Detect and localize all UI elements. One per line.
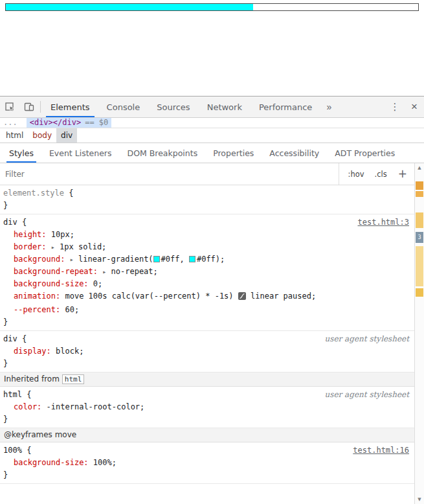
stylesheet-origin: user agent stylesheet — [325, 389, 409, 401]
declaration-animation: animation: move 100s calc(var(--percent)… — [0, 290, 414, 304]
close-brace: } — [3, 359, 8, 368]
scrollbar-marker — [416, 246, 423, 286]
declaration-percent-var: --percent: 60; — [0, 304, 414, 316]
property-name[interactable]: background-size: — [14, 279, 89, 288]
elements-tree: ... <div></div>== $0 — [0, 118, 424, 128]
rule-selector[interactable]: element.style — [3, 189, 64, 198]
node-tag[interactable]: <div></div> — [30, 118, 81, 128]
declaration-color: color: -internal-root-color; — [0, 401, 414, 413]
inspect-element-icon[interactable] — [0, 97, 19, 117]
styles-scrollbar[interactable]: 3 ▲ ▼ — [414, 163, 424, 504]
styles-filter-bar: :hov .cls + — [0, 163, 414, 185]
rule-selector[interactable]: div — [3, 334, 17, 343]
property-value[interactable]: 0; — [93, 279, 102, 288]
tab-event-listeners[interactable]: Event Listeners — [41, 143, 120, 163]
property-value[interactable]: 1px solid; — [60, 242, 106, 251]
new-style-rule-button[interactable]: + — [392, 167, 414, 181]
property-value[interactable]: #0ff, — [161, 255, 184, 264]
sidebar-tabs: Styles Event Listeners DOM Breakpoints P… — [0, 143, 424, 163]
rule-html-user-agent: html { user agent stylesheet color: -int… — [0, 387, 414, 428]
property-name[interactable]: height: — [14, 230, 47, 239]
expand-shorthand-icon[interactable]: ▸ — [70, 256, 74, 263]
bezier-easing-icon[interactable] — [238, 292, 246, 304]
tab-accessibility[interactable]: Accessibility — [262, 143, 327, 163]
inherited-from-header: Inherited fromhtml — [0, 372, 414, 387]
breadcrumb-html[interactable]: html — [1, 128, 28, 143]
scrollbar-marker — [416, 288, 423, 297]
tab-dom-breakpoints[interactable]: DOM Breakpoints — [120, 143, 206, 163]
devtools-panel: Elements Console Sources Network Perform… — [0, 96, 424, 504]
breadcrumb-body[interactable]: body — [28, 128, 56, 143]
property-value[interactable]: no-repeat; — [111, 267, 158, 276]
devtools-toolbar: Elements Console Sources Network Perform… — [0, 97, 424, 118]
scrollbar-marker — [416, 212, 423, 228]
devtools-menu-icon[interactable]: ⋮ — [385, 97, 405, 117]
property-name[interactable]: background: — [14, 255, 65, 264]
filter-input[interactable] — [5, 170, 339, 179]
source-link[interactable]: test.html:3 — [358, 216, 409, 229]
property-name[interactable]: background-repeat: — [14, 267, 98, 276]
close-brace: } — [3, 201, 8, 210]
rule-selector[interactable]: 100% — [3, 446, 22, 455]
tree-ellipsis: ... — [3, 118, 17, 128]
declaration-background: background: ▸ linear-gradient(#0ff, #0ff… — [0, 253, 414, 266]
more-tabs-icon[interactable]: » — [320, 97, 337, 117]
open-brace: { — [22, 218, 27, 227]
property-value[interactable]: 60; — [65, 305, 79, 314]
property-name[interactable]: --percent: — [14, 305, 60, 314]
toggle-element-classes-button[interactable]: .cls — [370, 170, 392, 179]
scroll-down-arrow-icon[interactable]: ▼ — [415, 497, 424, 502]
progress-bar-fill — [6, 4, 253, 10]
rule-selector[interactable]: div — [3, 218, 17, 227]
tab-console[interactable]: Console — [98, 97, 149, 117]
scroll-up-arrow-icon[interactable]: ▲ — [415, 165, 424, 170]
property-name[interactable]: display: — [14, 347, 51, 356]
console-hint: == $0 — [85, 118, 108, 128]
rule-keyframe-100: 100% { test.html:16 background-size: 100… — [0, 442, 414, 484]
scrollbar-marker — [416, 181, 423, 190]
expand-shorthand-icon[interactable]: ▸ — [51, 244, 55, 251]
property-value[interactable]: #0ff); — [197, 255, 225, 264]
color-swatch[interactable] — [153, 256, 160, 262]
inherited-node-chip[interactable]: html — [62, 374, 85, 384]
tab-sources[interactable]: Sources — [148, 97, 198, 117]
property-name[interactable]: animation: — [14, 292, 60, 301]
property-value[interactable]: block; — [56, 347, 84, 356]
property-value[interactable]: 10px; — [51, 230, 74, 239]
breadcrumb-div[interactable]: div — [56, 128, 77, 143]
property-name[interactable]: color: — [14, 402, 41, 411]
close-brace: } — [3, 470, 8, 479]
screen: Elements Console Sources Network Perform… — [0, 0, 424, 504]
tab-performance[interactable]: Performance — [251, 97, 320, 117]
property-value[interactable]: linear-gradient( — [78, 255, 153, 264]
expand-shorthand-icon[interactable]: ▸ — [102, 268, 106, 275]
toggle-hover-state-button[interactable]: :hov — [343, 170, 370, 179]
property-name[interactable]: background-size: — [14, 458, 89, 467]
device-toolbar-icon[interactable] — [19, 97, 39, 117]
rule-selector[interactable]: html — [3, 390, 22, 399]
scrollbar-marker — [416, 191, 423, 197]
open-brace: { — [22, 334, 27, 343]
tab-styles[interactable]: Styles — [1, 143, 41, 163]
scrollbar-marker: 3 — [416, 232, 423, 243]
open-brace: { — [27, 390, 31, 399]
filter-tools: :hov .cls + — [339, 163, 414, 185]
tab-network[interactable]: Network — [199, 97, 251, 117]
close-devtools-icon[interactable]: × — [405, 97, 424, 117]
close-brace: } — [3, 317, 8, 326]
property-value[interactable]: -internal-root-color; — [47, 402, 145, 411]
browser-page — [0, 0, 424, 96]
source-link[interactable]: test.html:16 — [353, 444, 409, 457]
declaration-height: height: 10px; — [0, 229, 414, 241]
tab-elements[interactable]: Elements — [42, 97, 98, 117]
selected-dom-node[interactable]: <div></div>== $0 — [27, 118, 112, 128]
declaration-display: display: block; — [0, 345, 414, 358]
color-swatch[interactable] — [189, 256, 195, 262]
property-value[interactable]: 100%; — [93, 458, 117, 467]
styles-area: :hov .cls + element.style { } — [0, 163, 424, 504]
property-value[interactable]: move 100s calc(var(--percent) * -1s) — [65, 292, 233, 301]
tab-properties[interactable]: Properties — [205, 143, 262, 163]
property-value[interactable]: linear paused; — [251, 292, 316, 301]
property-name[interactable]: border: — [14, 242, 47, 251]
tab-adt-properties[interactable]: ADT Properties — [327, 143, 403, 163]
